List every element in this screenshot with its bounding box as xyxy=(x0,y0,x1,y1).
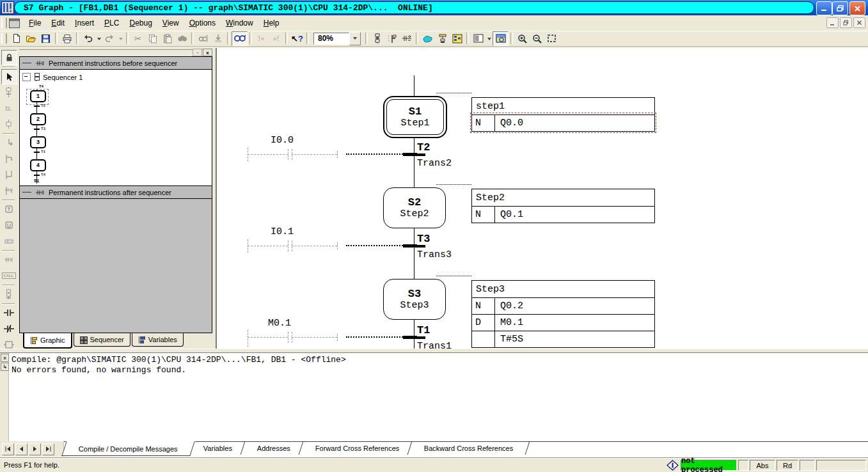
action-row[interactable]: N Q0.0 xyxy=(472,114,654,131)
open-icon[interactable] xyxy=(24,32,38,45)
previous-error-icon[interactable]: !« xyxy=(254,32,269,45)
menu-debug[interactable]: Debug xyxy=(124,17,157,29)
action-row[interactable]: T#5S xyxy=(472,331,654,347)
find-icon[interactable] xyxy=(175,32,189,45)
tab-forward-cross-references[interactable]: Forward Cross References xyxy=(298,441,415,455)
step-comment[interactable]: Step3 xyxy=(472,281,654,297)
open-alternative-branch-icon[interactable] xyxy=(1,152,16,166)
menu-window[interactable]: Window xyxy=(221,17,258,29)
mdi-restore-button[interactable] xyxy=(840,17,852,28)
scroll-last-icon[interactable] xyxy=(42,443,54,455)
redo-icon[interactable] xyxy=(102,32,117,45)
next-error-icon[interactable]: »! xyxy=(269,32,283,45)
condition-operand[interactable]: I0.1 xyxy=(271,226,294,237)
zoom-value[interactable]: 80% xyxy=(313,33,349,45)
zoom-in-icon[interactable] xyxy=(515,32,530,45)
insert-jump-icon[interactable] xyxy=(1,136,16,150)
restore-button[interactable] xyxy=(832,1,848,15)
output-jump-icon[interactable]: ↳ xyxy=(1,363,9,371)
normally-open-contact-icon[interactable] xyxy=(1,306,16,320)
close-button[interactable] xyxy=(849,1,865,15)
tab-backward-cross-references[interactable]: Backward Cross References xyxy=(407,441,530,455)
new-icon[interactable] xyxy=(9,32,24,45)
step-s2[interactable]: S2 Step2 xyxy=(383,187,446,228)
insert-step-and-transition-icon[interactable] xyxy=(1,85,16,99)
condition-operand[interactable]: I0.0 xyxy=(271,135,294,146)
overview-close-icon[interactable]: x xyxy=(203,49,212,56)
zoom-dropdown-icon[interactable] xyxy=(349,32,361,45)
collapse-icon[interactable] xyxy=(22,73,31,81)
insert-step-transition-icon[interactable] xyxy=(370,32,384,45)
permanent-after-row[interactable]: Permanent instructions after sequencer xyxy=(20,186,212,199)
step-s3[interactable]: S3 Step3 xyxy=(383,279,446,320)
action-row[interactable]: N Q0.2 xyxy=(472,297,654,314)
display-conditions-icon[interactable] xyxy=(420,32,435,45)
tree-node-sequencer[interactable]: Sequencer 1 xyxy=(22,73,83,81)
output-close-icon[interactable]: x xyxy=(1,354,9,362)
mini-step-1[interactable]: 1 xyxy=(30,90,46,102)
sfc-canvas[interactable]: T4 S1 Step1 step1 N Q0.0 I0.0 T2 Trans2 … xyxy=(216,48,868,349)
tab-sequencer[interactable]: Sequencer xyxy=(74,333,130,347)
contact-icon[interactable] xyxy=(288,149,288,160)
insert-permanent-instruction-icon[interactable] xyxy=(399,32,414,45)
insert-step-icon[interactable] xyxy=(1,117,16,131)
insert-action-t-icon[interactable] xyxy=(1,202,16,216)
undo-icon[interactable] xyxy=(81,32,95,45)
insert-action-row-icon[interactable] xyxy=(1,234,16,248)
open-simultaneous-branch-icon[interactable] xyxy=(1,184,16,198)
tab-variables[interactable]: Variables xyxy=(132,333,184,347)
tab-graphic[interactable]: Graphic xyxy=(23,333,72,349)
menu-edit[interactable]: Edit xyxy=(46,17,70,29)
zoom-out-icon[interactable] xyxy=(530,32,544,45)
mini-step-2[interactable]: 2 xyxy=(30,113,46,125)
context-help-icon[interactable]: ↖? xyxy=(290,32,304,45)
condition-operand[interactable]: M0.1 xyxy=(268,318,291,329)
select-cursor-icon[interactable] xyxy=(1,69,17,84)
overview-dropdown-icon[interactable] xyxy=(193,49,202,56)
window-layout-icon[interactable] xyxy=(471,32,485,45)
monitor-glasses-icon[interactable] xyxy=(232,31,248,46)
contact-icon[interactable] xyxy=(288,240,288,251)
scroll-next-icon[interactable] xyxy=(29,443,41,455)
action-row[interactable]: D M0.1 xyxy=(472,314,654,331)
insert-ftc-icon[interactable] xyxy=(384,32,399,45)
download-icon[interactable] xyxy=(210,32,225,45)
menu-view[interactable]: View xyxy=(157,17,184,29)
menu-options[interactable]: Options xyxy=(184,17,221,29)
save-icon[interactable] xyxy=(38,32,53,45)
paste-icon[interactable] xyxy=(160,32,175,45)
mdi-close-button[interactable] xyxy=(853,17,865,28)
undo-dropdown-icon[interactable] xyxy=(95,32,102,45)
mini-step-4[interactable]: 4 xyxy=(30,159,46,171)
mdi-document-icon[interactable] xyxy=(9,19,20,28)
mdi-minimize-button[interactable] xyxy=(826,17,839,28)
scroll-first-icon[interactable] xyxy=(2,443,14,455)
scroll-prev-icon[interactable] xyxy=(15,443,28,455)
step-comment[interactable]: step1 xyxy=(472,98,654,114)
find-address-icon[interactable] xyxy=(196,32,210,45)
action-box-s3[interactable]: Step3 N Q0.2 D M0.1 T#5S xyxy=(471,280,655,348)
menu-file[interactable]: File xyxy=(24,17,46,29)
insert-sequencer-icon[interactable] xyxy=(1,287,16,301)
copy-icon[interactable] xyxy=(145,32,160,45)
tab-compile-messages[interactable]: Compile / Decompile Messages xyxy=(61,441,194,456)
insert-call-icon[interactable]: CALL xyxy=(1,269,16,283)
tab-variables-bottom[interactable]: Variables xyxy=(186,441,248,455)
step-comment[interactable]: Step2 xyxy=(472,189,654,206)
window-layout-dropdown-icon[interactable] xyxy=(485,32,493,45)
menu-help[interactable]: Help xyxy=(258,17,285,29)
step-s1[interactable]: S1 Step1 xyxy=(383,96,447,138)
insert-transition-icon[interactable]: ts. xyxy=(1,101,16,115)
sequencer-overview-icon[interactable] xyxy=(450,32,464,45)
preview-window-icon[interactable] xyxy=(493,31,509,46)
redo-dropdown-icon[interactable] xyxy=(117,32,124,45)
lock-icon[interactable] xyxy=(1,50,17,65)
permanent-before-row[interactable]: Permanent instructions before sequencer xyxy=(20,57,212,70)
zoom-frame-icon[interactable] xyxy=(544,32,559,45)
print-icon[interactable] xyxy=(59,32,74,45)
insert-action-u-icon[interactable] xyxy=(1,218,16,232)
action-box-s1[interactable]: step1 N Q0.0 xyxy=(471,97,655,132)
action-box-s2[interactable]: Step2 N Q0.1 xyxy=(471,189,655,223)
tab-addresses[interactable]: Addresses xyxy=(240,441,306,455)
close-branch-icon[interactable] xyxy=(1,168,16,182)
